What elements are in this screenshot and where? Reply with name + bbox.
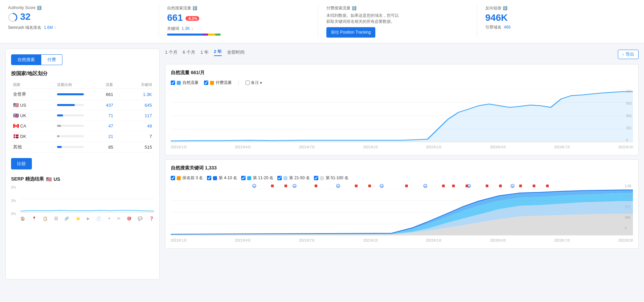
serp-y-3: 3% — [11, 199, 16, 203]
filter-6m[interactable]: 6 个月 — [183, 49, 195, 55]
kl-21-50-label: 第 21-50 名 — [289, 175, 310, 181]
serp-y-labels: 5% 3% 0% — [11, 186, 16, 216]
keyword-bar-blue — [167, 34, 203, 36]
traffic-bar-cell-0 — [55, 89, 86, 100]
traffic-fill-3 — [57, 125, 61, 127]
kw-y-777: 777 — [625, 205, 632, 209]
keywords-3[interactable]: 49 — [115, 121, 154, 131]
organic-info-icon[interactable]: ℹ️ — [193, 6, 197, 10]
filter-all[interactable]: 全部时间 — [227, 49, 245, 55]
serp-baseline — [20, 212, 154, 212]
traffic-x-5: 2022年4月 — [490, 145, 506, 150]
compare-button[interactable]: 比较 — [11, 158, 32, 169]
serp-icon-11: 💬 — [138, 216, 143, 221]
paid-traffic-label: 付费搜索流量 ℹ️ — [326, 5, 469, 11]
left-panel: 自然搜索 付费 按国家/地区划分 国家 流量比例 流量 关键词 全世界 — [5, 49, 160, 280]
legend-organic-checkbox[interactable] — [171, 81, 175, 85]
svg-rect-32 — [486, 185, 488, 187]
right-panel: 1 个月 6 个月 1 年 2 年 全部时间 ↑ 导出 自然流量 661/月 自… — [165, 49, 639, 280]
google-markers: G G G G G G G — [171, 184, 633, 188]
authority-circle-icon — [8, 13, 17, 22]
legend-paid[interactable]: 付费流量 — [204, 80, 232, 86]
export-button[interactable]: ↑ 导出 — [618, 50, 639, 59]
kl-51-100[interactable]: 第 51-100 名 — [314, 175, 348, 181]
organic-traffic-block: 自然搜索流量 ℹ️ 661 -8.2% 关键词 1.3K ↓ — [159, 5, 318, 38]
traffic-y-543: 543 — [626, 102, 632, 105]
filter-1y[interactable]: 1 年 — [201, 49, 209, 55]
kl-21-50-checkbox[interactable] — [277, 176, 282, 180]
kl-4-10-checkbox[interactable] — [207, 176, 211, 180]
country-name-cell: 🇬🇧UK — [11, 110, 55, 121]
serp-icon-1: 📍 — [32, 216, 37, 221]
legend-organic[interactable]: 自然流量 — [171, 80, 199, 86]
kl-4-10[interactable]: 第 4-10 名 — [207, 175, 237, 181]
svg-text:G: G — [381, 185, 383, 188]
serp-y-5: 5% — [11, 186, 16, 189]
legend-paid-checkbox[interactable] — [204, 81, 208, 85]
traffic-y-labels: 724 543 362 181 0 — [626, 89, 632, 143]
paid-label-text: 付费搜索流量 — [326, 5, 351, 11]
svg-rect-25 — [315, 185, 317, 187]
tab-organic[interactable]: 自然搜索 — [11, 54, 41, 65]
keyword-svg — [171, 189, 633, 236]
keywords-1[interactable]: 645 — [115, 100, 154, 110]
traffic-fill-5 — [57, 146, 62, 148]
traffic-bar-cell-3 — [55, 121, 86, 131]
notes-checkbox[interactable] — [246, 81, 250, 85]
authority-score-value: 32 — [20, 11, 31, 22]
position-tracking-button[interactable]: 前往 Position Tracking — [326, 27, 376, 38]
kl-top3[interactable]: 排名前 3 名 — [171, 175, 203, 181]
keywords-2[interactable]: 117 — [115, 110, 154, 121]
keyword-arrow: ↓ — [191, 26, 193, 31]
table-row: 🇺🇸US 437 645 — [11, 100, 154, 110]
referring-domains-value: 466 — [504, 25, 511, 30]
serp-icon-5: ⭐ — [76, 216, 80, 221]
backlinks-value: 946K — [485, 12, 628, 23]
serp-icon-8: ✦ — [108, 216, 111, 221]
svg-rect-28 — [405, 185, 408, 187]
kl-11-20-checkbox[interactable] — [241, 176, 246, 180]
kl-51-100-checkbox[interactable] — [314, 176, 318, 180]
svg-rect-26 — [355, 185, 358, 187]
serp-flag: 🇺🇸 — [46, 177, 52, 182]
filter-2y[interactable]: 2 年 — [214, 49, 222, 56]
svg-rect-35 — [533, 185, 535, 187]
metrics-bar: Authority Score ℹ️ 32 Semrush 域名排名 1.6M … — [0, 0, 644, 43]
serp-icons: 🏠 📍 📋 🖼 🔗 ⭐ ▶ 📄 ✦ ✉ 🎯 💬 ❓ — [20, 216, 154, 221]
country-name-3: CA — [20, 123, 26, 129]
traffic-fill-1 — [57, 104, 75, 106]
country-name-2: UK — [20, 113, 26, 118]
paid-info-icon[interactable]: ℹ️ — [352, 6, 357, 10]
traffic-y-0: 0 — [626, 138, 632, 142]
country-section-title: 按国家/地区划分 — [11, 70, 154, 77]
kw-y-12k: 1.2K — [625, 195, 632, 198]
backlinks-info-icon[interactable]: ℹ️ — [503, 6, 507, 10]
keyword-bar-green — [215, 34, 221, 36]
svg-rect-23 — [271, 185, 274, 187]
kw-x-4: 2022年1月 — [426, 238, 442, 243]
svg-rect-36 — [546, 185, 549, 187]
kw-y-16k: 1.6K — [625, 184, 632, 188]
kw-y-388: 388 — [625, 216, 632, 219]
tab-paid[interactable]: 付费 — [41, 54, 62, 65]
legend-notes[interactable]: 备注 ▾ — [246, 80, 262, 86]
legend-organic-label: 自然流量 — [182, 80, 199, 86]
rank-arrow: ↑ — [54, 25, 56, 30]
traffic-chart-title: 自然流量 661/月 — [171, 70, 633, 76]
authority-info-icon[interactable]: ℹ️ — [37, 6, 42, 10]
notes-label: 备注 — [251, 80, 259, 86]
filter-1m[interactable]: 1 个月 — [165, 49, 177, 55]
main-content: 自然搜索 付费 按国家/地区划分 国家 流量比例 流量 关键词 全世界 — [0, 43, 644, 285]
kl-21-50[interactable]: 第 21-50 名 — [277, 175, 310, 181]
svg-text:G: G — [512, 185, 514, 188]
keyword-chart-card: 自然搜索关键词 1,333 排名前 3 名 第 4-10 名 第 11-20 名 — [165, 159, 639, 249]
traffic-bar-cell-1 — [55, 100, 86, 110]
backlinks-label-text: 反向链接 — [485, 5, 501, 11]
time-filter-bar: 1 个月 6 个月 1 年 2 年 全部时间 ↑ 导出 — [165, 49, 639, 60]
traffic-1: 437 — [86, 100, 115, 110]
kl-top3-checkbox[interactable] — [171, 176, 175, 180]
kl-11-20[interactable]: 第 11-20 名 — [241, 175, 273, 181]
traffic-y-724: 724 — [626, 90, 632, 93]
traffic-x-3: 2021年10 — [363, 145, 378, 150]
keywords-0[interactable]: 1.3K — [115, 89, 154, 100]
